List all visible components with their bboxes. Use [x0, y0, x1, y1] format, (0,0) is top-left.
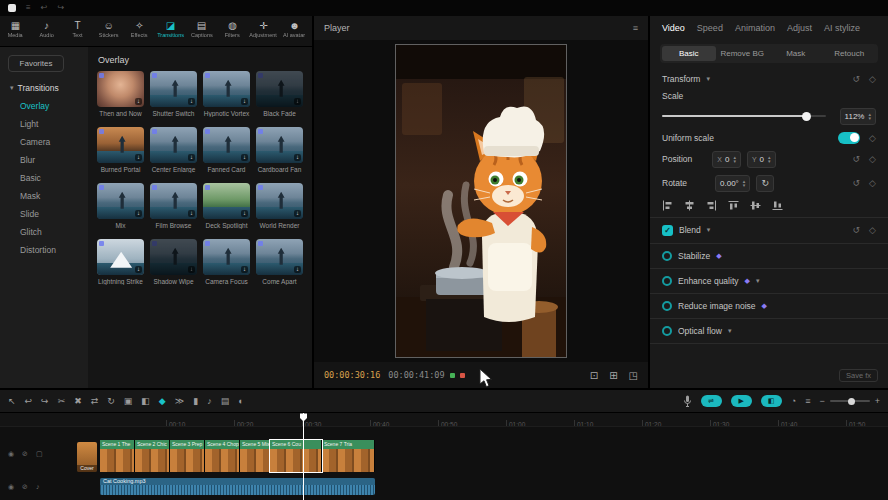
sidebar-item[interactable]: Blur	[0, 151, 88, 169]
timeline-clip[interactable]: Scene 3 Prep	[170, 440, 205, 472]
download-icon[interactable]: ↓	[241, 154, 248, 161]
timeline-clip[interactable]: Scene 1 The	[100, 440, 135, 472]
save-fx-button[interactable]: Save fx	[839, 369, 878, 382]
zoom-slider[interactable]	[830, 400, 870, 402]
lock-track-icon[interactable]: ⊘	[22, 450, 28, 458]
transition-thumbnail[interactable]: ↓	[256, 71, 303, 107]
scale-slider-knob[interactable]	[802, 112, 811, 121]
transition-item[interactable]: ↓ Shadow Wipe	[150, 239, 197, 285]
transition-thumbnail[interactable]: ↓	[256, 239, 303, 275]
chevron-down-icon[interactable]: ▾	[756, 277, 760, 285]
media-toolbar-tab[interactable]: ▤ Captions	[186, 16, 217, 46]
reset-icon[interactable]: ↺	[853, 74, 861, 84]
inspector-toggle-row[interactable]: Reduce image noise ◆	[662, 301, 876, 311]
extract-audio[interactable]: ♪	[207, 396, 212, 406]
keyframe[interactable]: ◆	[159, 396, 166, 406]
download-icon[interactable]: ↓	[294, 98, 301, 105]
download-icon[interactable]: ↓	[241, 210, 248, 217]
inspector-tab[interactable]: Video	[662, 23, 685, 33]
auto-ripple-toggle[interactable]: ⇌	[701, 395, 722, 407]
toggle-ring-icon[interactable]	[662, 251, 672, 261]
scale-slider[interactable]	[662, 115, 826, 117]
transition-thumbnail[interactable]: ↓	[150, 127, 197, 163]
hide-track-icon[interactable]: ◉	[8, 450, 14, 458]
sidebar-item[interactable]: Mask	[0, 187, 88, 205]
rotate-value-box[interactable]: 0.00° ▴ ▾	[715, 175, 750, 192]
ratio-icon[interactable]: ⊡	[590, 370, 598, 381]
toggle-ring-icon[interactable]	[662, 276, 672, 286]
sidebar-item[interactable]: Overlay	[0, 97, 88, 115]
blend-checkbox[interactable]: ✓	[662, 225, 673, 236]
reset-icon[interactable]: ↺	[853, 154, 861, 164]
keyframe-icon[interactable]: ◇	[869, 74, 876, 84]
media-toolbar-tab[interactable]: ☻ AI avatar	[279, 16, 310, 46]
uniform-scale-toggle[interactable]	[838, 132, 860, 144]
media-toolbar-tab[interactable]: ▦ Media	[0, 16, 31, 46]
transition-item[interactable]: ↓ Cardboard Fan	[256, 127, 303, 173]
media-toolbar-tab[interactable]: ☺ Stickers	[93, 16, 124, 46]
sidebar-item[interactable]: Slide	[0, 205, 88, 223]
mask[interactable]: ◧	[141, 396, 150, 406]
media-toolbar-tab[interactable]: T Text	[62, 16, 93, 46]
grid-overlay-icon[interactable]: ⊞	[609, 370, 617, 381]
align-center-horizontal-icon[interactable]	[684, 200, 695, 211]
freeze-frame[interactable]: ▮	[193, 396, 198, 406]
fullscreen-icon[interactable]: ◳	[629, 370, 638, 381]
transition-item[interactable]: ↓ Black Fade	[256, 71, 303, 117]
download-icon[interactable]: ↓	[135, 210, 142, 217]
transition-item[interactable]: ↓ Hypnotic Vortex	[203, 71, 250, 117]
align-bottom-icon[interactable]	[772, 200, 783, 211]
download-icon[interactable]: ↓	[294, 210, 301, 217]
transition-thumbnail[interactable]: ↓	[203, 183, 250, 219]
media-toolbar-tab[interactable]: ✧ Effects	[124, 16, 155, 46]
stepper-down-icon[interactable]: ▾	[743, 183, 746, 187]
transition-thumbnail[interactable]: ↓	[150, 71, 197, 107]
zoom-in-icon[interactable]: +	[875, 396, 880, 406]
reset-icon[interactable]: ↺	[853, 178, 861, 188]
media-toolbar-tab[interactable]: ✛ Adjustment	[248, 16, 279, 46]
video-track[interactable]: Scene 1 The Scene 2 Chic Scene 3 Prep Sc…	[100, 440, 375, 472]
inspector-toggle-row[interactable]: Enhance quality ◆ ▾	[662, 276, 876, 286]
link-clips-toggle[interactable]: ◧	[761, 395, 782, 407]
download-icon[interactable]: ↓	[294, 266, 301, 273]
transition-item[interactable]: ↓ Camera Focus	[203, 239, 250, 285]
timeline-ruler[interactable]: 00:1000:2000:3000:4000:5001:0001:1001:20…	[0, 413, 888, 427]
download-icon[interactable]: ↓	[294, 154, 301, 161]
captions[interactable]: ▤	[221, 396, 230, 406]
inspector-subtab[interactable]: Mask	[769, 46, 823, 61]
sidebar-item-favorites[interactable]: Favorites	[8, 55, 64, 72]
transition-thumbnail[interactable]: ↓	[203, 127, 250, 163]
inspector-subtab[interactable]: Retouch	[823, 46, 877, 61]
download-icon[interactable]: ↓	[135, 154, 142, 161]
download-icon[interactable]: ↓	[188, 210, 195, 217]
download-icon[interactable]: ↓	[188, 98, 195, 105]
transition-item[interactable]: ↓ Center Enlarge	[150, 127, 197, 173]
zoom-out-icon[interactable]: −	[819, 396, 824, 406]
inspector-toggle-row[interactable]: Optical flow ▾	[662, 326, 876, 336]
align-top-icon[interactable]	[728, 200, 739, 211]
stepper-down-icon[interactable]: ▾	[768, 159, 771, 163]
sidebar-item[interactable]: Light	[0, 115, 88, 133]
transition-thumbnail[interactable]: ↓	[97, 127, 144, 163]
zoom-slider-knob[interactable]	[848, 398, 855, 405]
inspector-subtab[interactable]: Remove BG	[716, 46, 770, 61]
sidebar-item[interactable]: Distortion	[0, 241, 88, 259]
timeline-clip[interactable]: Scene 4 Chop	[205, 440, 240, 472]
player-menu-icon[interactable]: ≡	[633, 23, 638, 33]
video-preview[interactable]	[396, 45, 566, 357]
stepper-down-icon[interactable]: ▾	[868, 116, 871, 120]
preview-axis-toggle[interactable]: ▶	[731, 395, 752, 407]
chevron-down-icon[interactable]: ▾	[707, 226, 711, 234]
inspector-tab[interactable]: Adjust	[787, 23, 812, 33]
inspector-toggle-row[interactable]: Stabilize ◆	[662, 251, 876, 261]
media-toolbar-tab[interactable]: ◪ Transitions	[155, 16, 186, 46]
position-y-box[interactable]: Y 0 ▴ ▾	[747, 151, 776, 168]
transform-section-header[interactable]: Transform ▾ ↺ ◇	[662, 74, 876, 84]
transition-thumbnail[interactable]: ↓	[150, 239, 197, 275]
timeline-tracks[interactable]: ◉ ⊘ ▢ ◉ ⊘ ♪ Cover Scene 1 The	[0, 426, 888, 500]
transition-item[interactable]: ↓ World Render	[256, 183, 303, 229]
filters[interactable]: ◐	[238, 396, 243, 406]
download-icon[interactable]: ↓	[188, 266, 195, 273]
mirror[interactable]: ⇄	[91, 396, 99, 406]
timeline-clip[interactable]: Scene 6 Cou	[270, 440, 322, 472]
